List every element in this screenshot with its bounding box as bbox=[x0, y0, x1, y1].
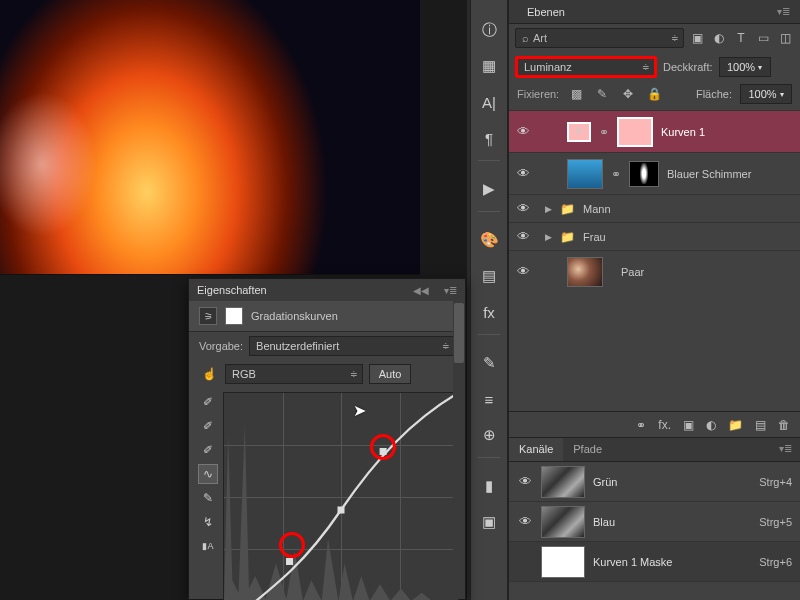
channel-blue[interactable]: 👁 Blau Strg+5 bbox=[509, 502, 800, 542]
new-layer-icon[interactable]: ▤ bbox=[755, 418, 766, 432]
visibility-icon[interactable]: 👁 bbox=[515, 264, 531, 279]
layer-kurven1[interactable]: 👁 ⚞ ⚭ Kurven 1 bbox=[509, 110, 800, 152]
layer-group-mann[interactable]: 👁 ▶ 📁 Mann bbox=[509, 194, 800, 222]
filter-pixel-icon[interactable]: ▣ bbox=[688, 29, 706, 47]
channel-mask[interactable]: 👁 Kurven 1 Maske Strg+6 bbox=[509, 542, 800, 582]
curve-pencil-icon[interactable]: ✎ bbox=[198, 488, 218, 508]
visibility-icon[interactable]: 👁 bbox=[517, 474, 533, 489]
layers-panel-header: Ebenen ▾≣ bbox=[509, 0, 800, 24]
info-icon[interactable]: ⓘ bbox=[475, 16, 503, 44]
auto-button[interactable]: Auto bbox=[369, 364, 411, 384]
curve-point-icon[interactable]: ∿ bbox=[198, 464, 218, 484]
curves-toolstrip: ✐ ✐ ✐ ∿ ✎ ↯ ▮A bbox=[197, 392, 219, 600]
new-group-icon[interactable]: 📁 bbox=[728, 418, 743, 432]
play-icon[interactable]: ▶ bbox=[475, 175, 503, 203]
channel-thumb bbox=[541, 546, 585, 578]
channels-panel: Kanäle Pfade ▾≣ 👁 Grün Strg+4 👁 Blau Str… bbox=[508, 437, 800, 600]
panel-menu-icon[interactable]: ▾≣ bbox=[444, 285, 457, 296]
scrollbar-thumb[interactable] bbox=[454, 303, 464, 363]
chevron-updown-icon: ≑ bbox=[442, 341, 448, 351]
panel-menu-icon[interactable]: ▾≣ bbox=[771, 438, 800, 461]
channel-green[interactable]: 👁 Grün Strg+4 bbox=[509, 462, 800, 502]
layer-name: Paar bbox=[621, 266, 794, 278]
curves-graph[interactable]: ➤ bbox=[223, 392, 459, 600]
delete-layer-icon[interactable]: 🗑 bbox=[778, 418, 790, 432]
lock-brush-icon[interactable]: ✎ bbox=[593, 85, 611, 103]
curve-smooth-icon[interactable]: ↯ bbox=[198, 512, 218, 532]
filter-smart-icon[interactable]: ◫ bbox=[776, 29, 794, 47]
paths-tab[interactable]: Pfade bbox=[563, 438, 612, 461]
visibility-icon[interactable]: 👁 bbox=[515, 229, 531, 244]
curves-adjustment-icon[interactable]: ⚞ bbox=[199, 307, 217, 325]
filter-type-icon[interactable]: T bbox=[732, 29, 750, 47]
properties-panel[interactable]: Eigenschaften ◀◀ ▾≣ ⚞ Gradationskurven V… bbox=[188, 278, 466, 600]
targeted-adjust-icon[interactable]: ☝ bbox=[199, 364, 219, 384]
layer-thumb[interactable] bbox=[567, 257, 603, 287]
collapse-icon[interactable]: ◀◀ bbox=[413, 285, 429, 296]
filter-adjust-icon[interactable]: ◐ bbox=[710, 29, 728, 47]
channel-name: Blau bbox=[593, 516, 751, 528]
layer-thumb[interactable] bbox=[567, 159, 603, 189]
mask-thumb[interactable] bbox=[617, 117, 653, 147]
eyedropper-white-icon[interactable]: ✐ bbox=[198, 440, 218, 460]
link-icon: ⚭ bbox=[611, 167, 621, 181]
preset-value: Benutzerdefiniert bbox=[256, 340, 339, 352]
eyedropper-black-icon[interactable]: ✐ bbox=[198, 392, 218, 412]
layer-paar[interactable]: 👁 Paar bbox=[509, 250, 800, 292]
brush-icon[interactable]: ✎ bbox=[475, 349, 503, 377]
blend-mode-select[interactable]: Luminanz ≑ bbox=[515, 56, 657, 78]
svg-rect-3 bbox=[337, 506, 344, 513]
channel-value: RGB bbox=[232, 368, 256, 380]
swatches-icon[interactable]: ▦ bbox=[475, 52, 503, 80]
adjustment-layer-icon[interactable]: ◐ bbox=[706, 418, 716, 432]
layer-name: Mann bbox=[583, 203, 794, 215]
clone-icon[interactable]: ⊕ bbox=[475, 421, 503, 449]
palette-icon[interactable]: 🎨 bbox=[475, 226, 503, 254]
properties-subheader: ⚞ Gradationskurven bbox=[189, 301, 465, 332]
layers-tab[interactable]: Ebenen bbox=[519, 2, 573, 22]
caret-right-icon[interactable]: ▶ bbox=[545, 204, 552, 214]
link-layers-icon[interactable]: ⚭ bbox=[636, 418, 646, 432]
fill-value: 100% bbox=[748, 88, 776, 100]
lock-all-icon[interactable]: 🔒 bbox=[645, 85, 663, 103]
layer-fx-button[interactable]: fx. bbox=[658, 418, 671, 432]
character-icon[interactable]: A| bbox=[475, 88, 503, 116]
folder-icon: 📁 bbox=[560, 202, 575, 216]
preset-select[interactable]: Benutzerdefiniert ≑ bbox=[249, 336, 455, 356]
lock-transparent-icon[interactable]: ▩ bbox=[567, 85, 585, 103]
visibility-icon[interactable]: 👁 bbox=[515, 124, 531, 139]
visibility-icon[interactable]: 👁 bbox=[515, 166, 531, 181]
eyedropper-gray-icon[interactable]: ✐ bbox=[198, 416, 218, 436]
paragraph-icon[interactable]: ¶ bbox=[475, 124, 503, 152]
properties-scrollbar[interactable] bbox=[453, 301, 465, 599]
navigator-icon[interactable]: ▣ bbox=[475, 508, 503, 536]
curve-options-icon[interactable]: ▮A bbox=[198, 536, 218, 556]
fill-field[interactable]: 100%▾ bbox=[740, 84, 792, 104]
curve-line bbox=[224, 393, 458, 600]
adjustment-title: Gradationskurven bbox=[251, 310, 338, 322]
histogram-icon[interactable]: ▮ bbox=[475, 472, 503, 500]
brushset-icon[interactable]: ≡ bbox=[475, 385, 503, 413]
channels-tab[interactable]: Kanäle bbox=[509, 438, 563, 461]
opacity-field[interactable]: 100%▾ bbox=[719, 57, 771, 77]
fx-icon[interactable]: fx bbox=[475, 298, 503, 326]
adjustment-thumb[interactable]: ⚞ bbox=[567, 122, 591, 142]
layer-group-frau[interactable]: 👁 ▶ 📁 Frau bbox=[509, 222, 800, 250]
filter-shape-icon[interactable]: ▭ bbox=[754, 29, 772, 47]
channel-thumb bbox=[541, 506, 585, 538]
properties-header[interactable]: Eigenschaften ◀◀ ▾≣ bbox=[189, 279, 465, 301]
panel-menu-icon[interactable]: ▾≣ bbox=[777, 6, 790, 17]
channel-name: Grün bbox=[593, 476, 751, 488]
lock-move-icon[interactable]: ✥ bbox=[619, 85, 637, 103]
caret-right-icon[interactable]: ▶ bbox=[545, 232, 552, 242]
mask-mode-icon[interactable] bbox=[225, 307, 243, 325]
layer-blauer-schimmer[interactable]: 👁 ⚭ Blauer Schimmer bbox=[509, 152, 800, 194]
layer-mask-icon[interactable]: ▣ bbox=[683, 418, 694, 432]
grid-icon[interactable]: ▤ bbox=[475, 262, 503, 290]
visibility-icon[interactable]: 👁 bbox=[515, 201, 531, 216]
channel-select[interactable]: RGB ≑ bbox=[225, 364, 363, 384]
visibility-icon[interactable]: 👁 bbox=[517, 514, 533, 529]
layer-filter-kind[interactable]: ⌕ Art ≑ bbox=[515, 28, 684, 48]
search-icon: ⌕ bbox=[522, 32, 529, 44]
mask-thumb[interactable] bbox=[629, 161, 659, 187]
